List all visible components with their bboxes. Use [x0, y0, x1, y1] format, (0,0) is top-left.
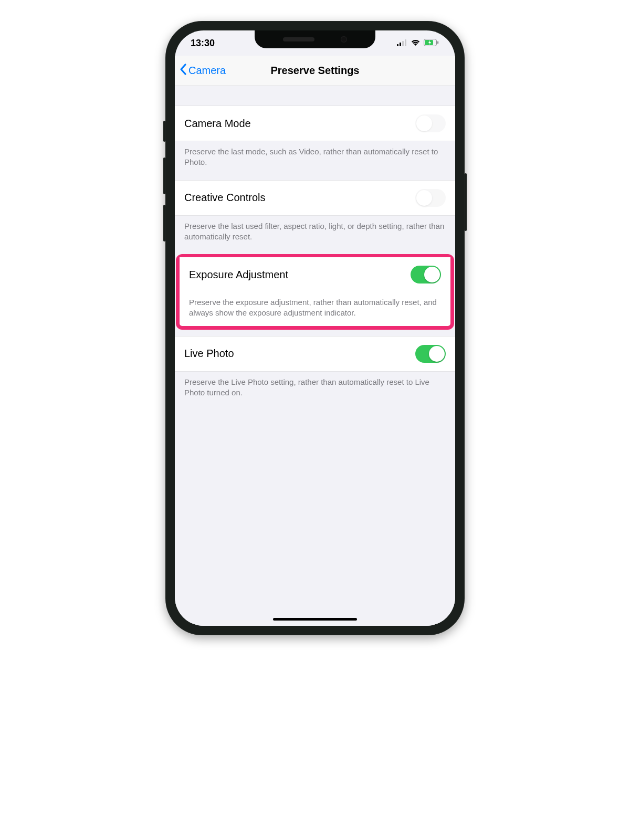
setting-row-live-photo[interactable]: Live Photo: [175, 336, 455, 372]
setting-footer: Preserve the last mode, such as Video, r…: [175, 141, 455, 181]
svg-rect-0: [397, 44, 398, 46]
svg-rect-3: [405, 39, 406, 46]
status-right: [397, 38, 439, 49]
setting-footer: Preserve the exposure adjustment, rather…: [180, 292, 450, 326]
toggle-camera-mode[interactable]: [415, 114, 446, 132]
cellular-icon: [397, 38, 407, 49]
setting-footer: Preserve the Live Photo setting, rather …: [175, 372, 455, 411]
spacer: [175, 86, 455, 106]
setting-row-creative-controls[interactable]: Creative Controls: [175, 180, 455, 216]
volume-down-button: [163, 205, 165, 242]
toggle-knob: [424, 267, 440, 282]
mute-switch: [163, 121, 165, 142]
volume-up-button: [163, 158, 165, 194]
toggle-knob: [416, 116, 432, 131]
status-time: 13:30: [191, 38, 215, 49]
svg-rect-2: [402, 41, 404, 46]
setting-title: Creative Controls: [184, 192, 266, 204]
toggle-knob: [416, 190, 432, 206]
svg-rect-5: [437, 41, 438, 44]
svg-rect-1: [400, 43, 401, 46]
back-label: Camera: [188, 65, 226, 77]
front-camera: [341, 36, 347, 43]
content-scroll-area[interactable]: Camera Mode Preserve the last mode, such…: [175, 86, 455, 626]
highlight-annotation: Exposure Adjustment Preserve the exposur…: [176, 254, 454, 330]
setting-row-exposure-adjustment[interactable]: Exposure Adjustment: [180, 257, 450, 292]
power-button: [465, 173, 467, 231]
battery-charging-icon: [424, 38, 439, 49]
earpiece-speaker: [283, 37, 314, 41]
toggle-exposure-adjustment[interactable]: [411, 266, 441, 284]
notch: [255, 30, 375, 48]
back-button[interactable]: Camera: [175, 63, 226, 78]
toggle-live-photo[interactable]: [415, 345, 446, 363]
toggle-knob: [429, 346, 445, 362]
home-indicator[interactable]: [273, 618, 357, 621]
setting-row-camera-mode[interactable]: Camera Mode: [175, 106, 455, 141]
screen: 13:30: [175, 30, 455, 626]
toggle-creative-controls[interactable]: [415, 189, 446, 207]
setting-title: Live Photo: [184, 348, 234, 360]
wifi-icon: [411, 38, 421, 49]
chevron-left-icon: [179, 63, 187, 78]
phone-device-frame: 13:30: [165, 21, 465, 635]
navigation-bar: Camera Preserve Settings: [175, 56, 455, 86]
setting-footer: Preserve the last used filter, aspect ra…: [175, 216, 455, 255]
setting-title: Exposure Adjustment: [189, 269, 288, 281]
setting-title: Camera Mode: [184, 118, 251, 130]
